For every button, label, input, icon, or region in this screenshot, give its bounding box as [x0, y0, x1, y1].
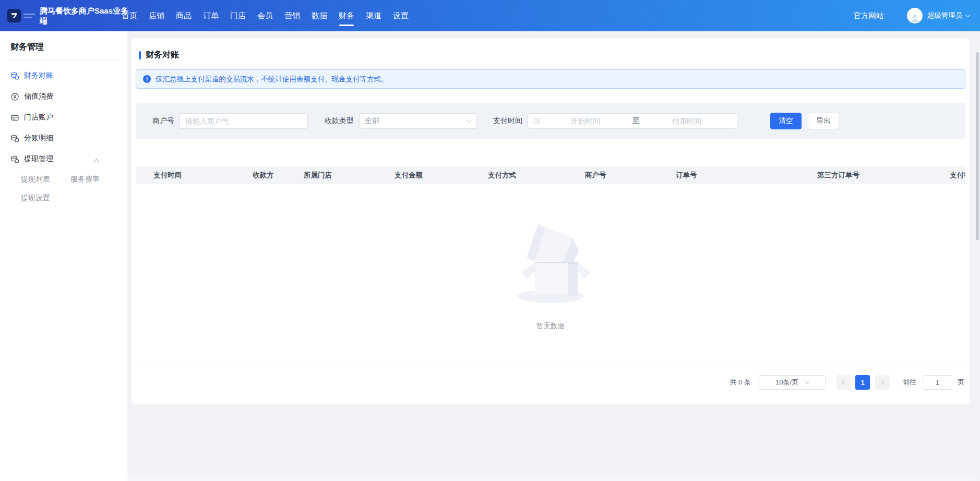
filter-panel: 商户号 收款类型 全部 支付时间 至 清空 导出 — [136, 103, 965, 139]
chevron-down-icon — [965, 12, 971, 17]
column-header-amount: 支付金额 — [395, 171, 488, 180]
merchant-label: 商户号 — [152, 116, 174, 126]
chevron-down-icon — [467, 117, 472, 123]
submenu-item-withdraw-list[interactable]: 提现列表 — [21, 170, 70, 188]
user-name: 超级管理员 — [927, 11, 963, 20]
page-size-select[interactable]: 10条/页 — [759, 375, 826, 390]
time-filter-group: 支付时间 至 — [493, 113, 737, 129]
pagination: 共 0 条 10条/页 1 前往 页 — [136, 375, 964, 390]
coins-stack-icon — [10, 155, 19, 164]
sidebar-item-reconciliation[interactable]: 财务对账 — [0, 65, 127, 86]
page-title: 财务对账 — [146, 50, 179, 61]
nav-item-shop[interactable]: 店铺 — [149, 0, 164, 31]
nav-item-settings[interactable]: 设置 — [393, 0, 409, 31]
column-header-pay-method: 支付方式 — [488, 171, 585, 180]
sidebar: 财务管理 财务对账 储值消费 门店账户 分账明细 — [0, 31, 127, 481]
column-header-payee: 收款方 — [253, 171, 304, 180]
vertical-scrollbar-track — [975, 31, 980, 474]
chevron-right-icon — [880, 380, 884, 384]
header-right: 官方网站 超级管理员 — [854, 0, 970, 31]
submenu-item-service-rate[interactable]: 服务费率 — [70, 170, 120, 188]
sidebar-item-label: 分账明细 — [24, 134, 53, 143]
next-page-button[interactable] — [875, 375, 890, 390]
previous-page-button[interactable] — [836, 375, 851, 390]
end-time-input[interactable] — [642, 117, 732, 125]
withdraw-submenu: 提现列表 服务费率 提现设置 — [0, 170, 127, 207]
sidebar-item-label: 储值消费 — [24, 92, 53, 101]
goto-label: 前往 — [903, 378, 916, 387]
sidebar-item-label: 门店账户 — [24, 113, 53, 122]
nav-item-stores[interactable]: 门店 — [230, 0, 246, 31]
top-nav: 首页 店铺 商品 订单 门店 会员 营销 数据 财务 渠道 设置 — [122, 0, 420, 31]
clear-button[interactable]: 清空 — [770, 113, 802, 129]
nav-item-members[interactable]: 会员 — [257, 0, 273, 31]
type-label: 收款类型 — [325, 116, 354, 126]
merchant-input[interactable] — [180, 113, 308, 129]
table-empty-state: 暂无数据 — [136, 184, 965, 365]
table-header-row: 支付时间 收款方 所属门店 支付金额 支付方式 商户号 订单号 第三方订单号 支… — [136, 166, 965, 184]
page-size-value: 10条/页 — [775, 378, 798, 387]
user-avatar[interactable] — [907, 8, 923, 23]
nav-item-data[interactable]: 数据 — [312, 0, 327, 31]
chevron-down-icon — [805, 379, 810, 384]
chevron-left-icon — [842, 380, 846, 384]
column-header-merchant-no: 商户号 — [585, 171, 676, 180]
app-logo-icon — [7, 9, 21, 22]
chevron-up-icon[interactable] — [94, 159, 99, 164]
brand-title: 腾马餐饮多商户Saas业务端 — [40, 6, 133, 26]
brand: 腾马餐饮多商户Saas业务端 — [7, 0, 133, 31]
submenu-item-withdraw-settings[interactable]: 提现设置 — [21, 188, 70, 207]
type-select[interactable]: 全部 — [359, 113, 476, 129]
date-range-separator: 至 — [630, 116, 642, 126]
nav-item-marketing[interactable]: 营销 — [284, 0, 300, 31]
empty-text: 暂无数据 — [536, 321, 565, 331]
title-accent-bar — [139, 51, 141, 59]
wallet-card-icon — [10, 113, 19, 122]
content-card: 财务对账 ! 仅汇总线上支付渠道的交易流水，不统计使用余额支付、现金支付等方式。… — [132, 38, 970, 404]
sidebar-menu: 财务对账 储值消费 门店账户 分账明细 提现管理 — [0, 61, 127, 207]
info-alert: ! 仅汇总线上支付渠道的交易流水，不统计使用余额支付、现金支付等方式。 — [136, 69, 965, 89]
brand-subtext-decoration — [23, 14, 35, 18]
nav-item-home[interactable]: 首页 — [122, 0, 137, 31]
empty-box-illustration — [509, 217, 592, 307]
nav-item-orders[interactable]: 订单 — [203, 0, 219, 31]
merchant-filter-group: 商户号 — [152, 113, 308, 129]
nav-item-finance[interactable]: 财务 — [339, 0, 354, 31]
user-menu-trigger[interactable]: 超级管理员 — [927, 11, 970, 20]
time-label: 支付时间 — [493, 116, 522, 126]
vertical-scrollbar-thumb[interactable] — [976, 52, 979, 240]
column-header-pay-status: 支付状态 — [950, 171, 965, 180]
column-header-order-no: 订单号 — [676, 171, 817, 180]
sidebar-item-label: 提现管理 — [24, 154, 53, 164]
sidebar-item-split-detail[interactable]: 分账明细 — [0, 128, 127, 149]
goto-page-input[interactable] — [923, 375, 952, 390]
type-filter-group: 收款类型 全部 — [325, 113, 476, 129]
user-icon — [909, 12, 921, 23]
alert-text: 仅汇总线上支付渠道的交易流水，不统计使用余额支付、现金支付等方式。 — [156, 75, 388, 84]
type-select-value: 全部 — [365, 116, 379, 126]
date-range-picker[interactable]: 至 — [528, 113, 737, 129]
clock-icon — [533, 117, 541, 125]
page-title-row: 财务对账 — [132, 38, 970, 61]
sidebar-title: 财务管理 — [0, 31, 127, 53]
column-header-pay-time: 支付时间 — [153, 171, 253, 180]
current-page-button[interactable]: 1 — [855, 375, 870, 390]
ledger-coins-icon — [10, 71, 19, 80]
yuan-circle-icon — [10, 92, 19, 101]
info-icon: ! — [143, 75, 151, 83]
official-site-link[interactable]: 官方网站 — [854, 11, 884, 21]
app-header: 腾马餐饮多商户Saas业务端 首页 店铺 商品 订单 门店 会员 营销 数据 财… — [0, 0, 980, 31]
sidebar-item-store-account[interactable]: 门店账户 — [0, 107, 127, 128]
export-button[interactable]: 导出 — [808, 113, 839, 129]
horizontal-scrollbar-track[interactable] — [127, 474, 975, 481]
nav-item-goods[interactable]: 商品 — [176, 0, 192, 31]
coins-stack-icon — [10, 134, 19, 143]
sidebar-item-withdraw-management[interactable]: 提现管理 — [0, 149, 127, 170]
page-unit-label: 页 — [958, 378, 964, 387]
column-header-third-party-order-no: 第三方订单号 — [817, 171, 950, 180]
sidebar-item-stored-value[interactable]: 储值消费 — [0, 86, 127, 107]
sidebar-item-label: 财务对账 — [24, 71, 53, 80]
start-time-input[interactable] — [541, 117, 630, 125]
column-header-store: 所属门店 — [304, 171, 395, 180]
nav-item-channels[interactable]: 渠道 — [366, 0, 381, 31]
